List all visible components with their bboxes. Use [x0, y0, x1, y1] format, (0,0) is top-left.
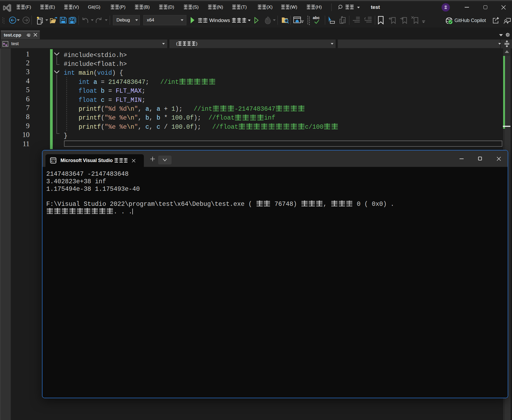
svg-text:C:\: C:\	[51, 160, 56, 163]
